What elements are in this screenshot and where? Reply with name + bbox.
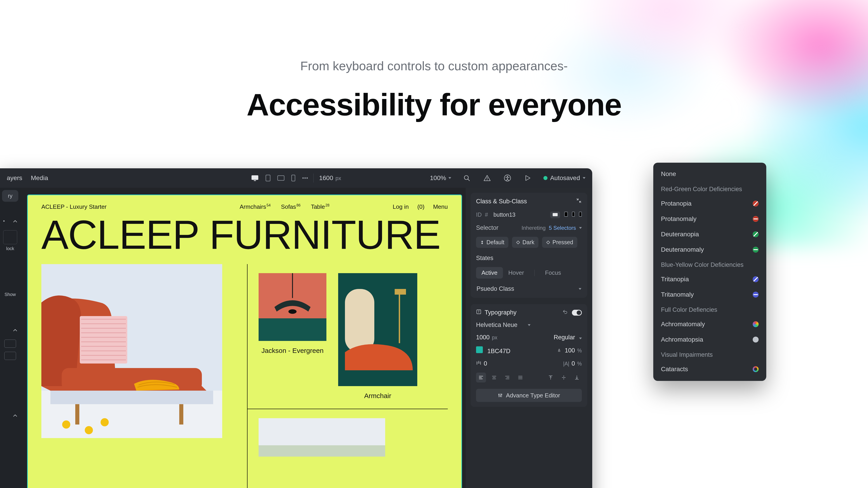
site-logo-text: ACLEEP FURNITURE <box>41 215 448 255</box>
color-swatch-icon <box>476 346 483 353</box>
filter-cataracts[interactable]: Cataracts <box>653 361 766 377</box>
block-placeholder-icon[interactable] <box>3 230 17 244</box>
svg-rect-44 <box>564 212 567 217</box>
valign-top-icon[interactable] <box>546 372 556 383</box>
panel-toggle[interactable] <box>572 310 582 316</box>
warning-icon[interactable] <box>483 173 492 183</box>
panel-title: Typography <box>485 309 517 316</box>
svg-point-31 <box>62 420 70 429</box>
chevron-down-icon[interactable] <box>579 227 582 229</box>
tab-hover[interactable]: Hover <box>503 267 529 279</box>
chevron-up-icon[interactable] <box>13 327 17 332</box>
filter-deuteranomaly[interactable]: Deuteranomaly <box>653 242 766 257</box>
left-strip: ry • lock Show <box>0 188 20 488</box>
font-family-value: Helvetica Neue <box>476 322 518 328</box>
product-card[interactable] <box>258 418 385 457</box>
topbar-menu: ayers Media <box>7 174 48 182</box>
chevron-up-icon[interactable] <box>13 219 17 224</box>
filter-protanomaly[interactable]: Protanomaly <box>653 211 766 227</box>
tracking-field[interactable]: |A| 0% <box>563 360 582 367</box>
svg-line-9 <box>468 179 469 181</box>
save-status[interactable]: Autosaved <box>544 174 585 182</box>
product-card[interactable]: Jackson - Evergreen <box>258 273 327 400</box>
menu-item-layers[interactable]: ayers <box>7 174 22 182</box>
font-family-row[interactable]: Helvetica Neue <box>476 322 582 328</box>
thumbnail-icon[interactable] <box>4 352 16 360</box>
valign-bottom-icon[interactable] <box>572 372 582 383</box>
color-field[interactable]: 1BC47D <box>476 346 510 355</box>
advance-type-button[interactable]: Advance Type Editor <box>476 389 582 402</box>
separator <box>313 173 314 183</box>
selector-label: Selector <box>476 224 498 231</box>
font-weight-field[interactable]: Regular <box>554 334 582 341</box>
device-desktop-icon[interactable] <box>251 175 259 181</box>
device-phone-icon[interactable] <box>291 175 296 182</box>
valign-middle-icon[interactable] <box>559 372 569 383</box>
letter-spacing-field[interactable]: A 0 <box>476 360 487 367</box>
svg-rect-4 <box>291 175 295 181</box>
pseudo-row[interactable]: Psuedo Class <box>476 284 582 293</box>
filter-deuteranopia[interactable]: Deuteranopia <box>653 227 766 242</box>
filter-protanopia[interactable]: Protanopia <box>653 196 766 211</box>
align-justify-icon[interactable] <box>515 372 525 383</box>
align-left-icon[interactable] <box>476 372 486 383</box>
bp-phone-icon[interactable] <box>572 212 575 218</box>
tab-focus[interactable]: Focus <box>539 267 566 279</box>
collapse-icon[interactable] <box>576 198 582 205</box>
pill-pressed[interactable]: Pressed <box>542 237 577 248</box>
left-strip-chip[interactable]: ry <box>2 190 18 202</box>
typography-icon: T <box>476 309 482 316</box>
thumbnail-icon[interactable] <box>4 339 16 348</box>
product-card[interactable]: Armchair <box>338 273 417 400</box>
canvas-width[interactable]: 1600 px <box>319 174 341 182</box>
menu-item-media[interactable]: Media <box>31 174 48 182</box>
svg-rect-16 <box>51 391 213 404</box>
chevron-down-icon <box>448 177 451 179</box>
pill-dark[interactable]: Dark <box>512 237 538 248</box>
device-tablet-portrait-icon[interactable] <box>266 175 271 182</box>
class-panel: Class & Sub-Class ID # button13 <box>471 193 587 298</box>
play-icon[interactable] <box>523 173 532 183</box>
show-label[interactable]: Show <box>4 292 16 297</box>
svg-point-32 <box>85 426 93 434</box>
cat-table[interactable]: Table28 <box>311 203 329 210</box>
swatch-icon <box>753 292 758 297</box>
more-devices-icon[interactable] <box>302 177 308 179</box>
nav-cart[interactable]: (0) <box>417 203 425 210</box>
font-size-field[interactable]: 1000px <box>476 334 497 341</box>
separator <box>534 270 535 276</box>
strip-row: • <box>0 215 20 227</box>
chevron-down-icon <box>579 337 582 339</box>
accessibility-icon[interactable] <box>503 173 512 183</box>
zoom-control[interactable]: 100% <box>430 174 451 182</box>
tab-active[interactable]: Active <box>476 267 503 279</box>
filter-tritanomaly[interactable]: Tritanomaly <box>653 287 766 302</box>
hero-title: Accessibility for everyone <box>247 87 621 123</box>
svg-rect-39 <box>345 289 374 352</box>
bp-phone-icon[interactable] <box>579 212 582 218</box>
align-right-icon[interactable] <box>502 372 512 383</box>
cat-sofas[interactable]: Sofas86 <box>281 203 301 210</box>
filter-achromatomaly[interactable]: Achromatomaly <box>653 317 766 332</box>
id-label: ID <box>476 212 482 218</box>
id-value[interactable]: button13 <box>491 210 518 219</box>
filter-tritanopia[interactable]: Tritanopia <box>653 271 766 287</box>
align-center-icon[interactable] <box>489 372 499 383</box>
filter-none[interactable]: None <box>653 166 766 182</box>
undo-icon[interactable] <box>562 309 568 316</box>
pill-default[interactable]: Default <box>476 237 508 248</box>
filter-achromatopsia[interactable]: Achromatopsia <box>653 332 766 347</box>
design-canvas[interactable]: ACLEEP - Luxury Starter Armchairs54 Sofa… <box>27 195 462 488</box>
cat-armchairs[interactable]: Armchairs54 <box>240 203 271 210</box>
nav-menu[interactable]: Menu <box>433 203 448 210</box>
swatch-icon <box>753 216 758 222</box>
chevron-up-icon[interactable] <box>13 413 17 418</box>
bp-tablet-icon[interactable] <box>564 212 568 218</box>
search-icon[interactable] <box>462 173 471 183</box>
selectors-link[interactable]: 5 Selectors <box>549 225 576 231</box>
bp-desktop-icon[interactable] <box>550 212 560 218</box>
line-height-field[interactable]: A 100% <box>557 347 582 354</box>
svg-rect-18 <box>80 316 127 363</box>
nav-login[interactable]: Log in <box>393 203 409 210</box>
device-tablet-landscape-icon[interactable] <box>277 175 285 181</box>
